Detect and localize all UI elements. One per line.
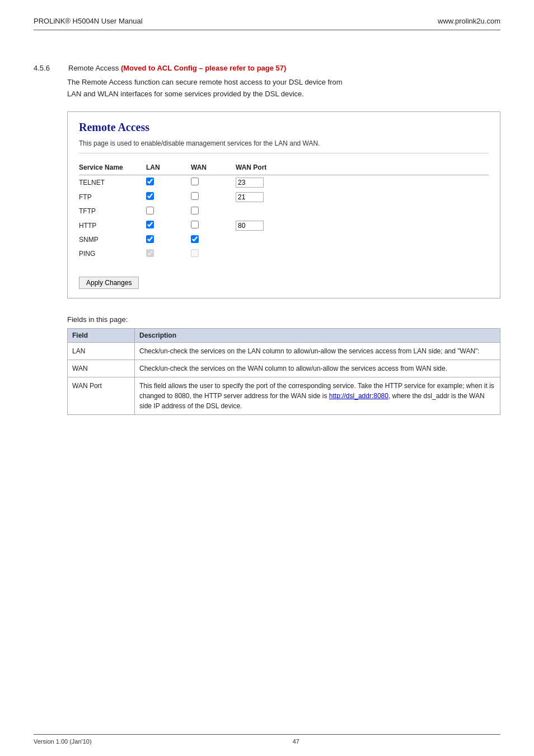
lan-checkbox[interactable] (146, 207, 154, 214)
page-footer: Version 1.00 (Jan'10) 47 (34, 734, 500, 745)
apply-changes-button[interactable]: Apply Changes (79, 277, 139, 289)
wan-checkbox[interactable] (191, 192, 199, 200)
field-lan-name: LAN (68, 342, 135, 360)
section-body-2: LAN and WLAN interfaces for some service… (67, 90, 304, 98)
service-wan-port-cell (236, 190, 489, 204)
table-row: TFTP (79, 204, 489, 218)
field-wan-desc: Check/un-check the services on the WAN c… (135, 360, 500, 377)
col-lan: LAN (146, 161, 191, 175)
footer-page: 47 (293, 738, 299, 745)
section-body-1: The Remote Access function can secure re… (67, 78, 343, 86)
header-left: PROLiNK® H5004N User Manual (34, 17, 143, 25)
field-wan-port-name: WAN Port (68, 377, 135, 414)
lan-checkbox[interactable] (146, 235, 154, 243)
service-wan-cell (191, 247, 236, 261)
service-lan-cell (146, 233, 191, 247)
footer-version: Version 1.00 (Jan'10) (34, 738, 92, 745)
service-wan-cell (191, 190, 236, 204)
service-table: Service Name LAN WAN WAN Port TELNETFTPT… (79, 161, 489, 261)
wan-checkbox[interactable] (191, 235, 199, 243)
wan-checkbox[interactable] (191, 207, 199, 214)
field-wan-port-desc: This field allows the user to specify th… (135, 377, 500, 414)
service-name: FTP (79, 190, 146, 204)
wan-checkbox[interactable] (191, 249, 199, 257)
fields-row-wan: WAN Check/un-check the services on the W… (68, 360, 500, 377)
service-name: PING (79, 247, 146, 261)
col-wan-port: WAN Port (236, 161, 489, 175)
table-row: SNMP (79, 233, 489, 247)
lan-checkbox[interactable] (146, 192, 154, 200)
service-wan-port-cell (236, 175, 489, 190)
service-wan-port-cell (236, 218, 489, 233)
wan-checkbox[interactable] (191, 221, 199, 228)
fields-section: Fields in this page: Field Description L… (67, 315, 500, 415)
table-row: HTTP (79, 218, 489, 233)
fields-col-field: Field (68, 328, 135, 342)
header-right: www.prolink2u.com (438, 17, 500, 25)
panel-subtitle: This page is used to enable/disable mana… (79, 139, 489, 153)
service-wan-port-cell (236, 247, 489, 261)
wan-port-input[interactable] (236, 178, 264, 188)
fields-col-description: Description (135, 328, 500, 342)
wan-checkbox[interactable] (191, 178, 199, 185)
service-lan-cell (146, 218, 191, 233)
service-lan-cell (146, 247, 191, 261)
field-lan-desc: Check/un-check the services on the LAN c… (135, 342, 500, 360)
service-wan-cell (191, 218, 236, 233)
col-wan: WAN (191, 161, 236, 175)
service-wan-port-cell (236, 233, 489, 247)
col-service: Service Name (79, 161, 146, 175)
service-wan-cell (191, 204, 236, 218)
section-number: 4.5.6 (34, 64, 62, 72)
table-row: FTP (79, 190, 489, 204)
wan-port-input[interactable] (236, 192, 264, 202)
lan-checkbox[interactable] (146, 221, 154, 228)
service-lan-cell (146, 204, 191, 218)
fields-title: Fields in this page: (67, 315, 500, 324)
lan-checkbox[interactable] (146, 249, 154, 257)
service-name: SNMP (79, 233, 146, 247)
wan-port-input[interactable] (236, 221, 264, 231)
service-name: HTTP (79, 218, 146, 233)
fields-table: Field Description LAN Check/un-check the… (67, 328, 500, 415)
remote-access-panel: Remote Access This page is used to enabl… (67, 111, 500, 298)
service-wan-port-cell (236, 204, 489, 218)
service-wan-cell (191, 175, 236, 190)
wan-port-link[interactable]: http://dsl_addr:8080 (329, 392, 388, 400)
service-lan-cell (146, 175, 191, 190)
table-row: TELNET (79, 175, 489, 190)
service-name: TELNET (79, 175, 146, 190)
section-title: Remote Access (Moved to ACL Config – ple… (68, 64, 286, 72)
service-lan-cell (146, 190, 191, 204)
fields-row-wan-port: WAN Port This field allows the user to s… (68, 377, 500, 414)
service-name: TFTP (79, 204, 146, 218)
panel-title: Remote Access (79, 121, 489, 134)
fields-row-lan: LAN Check/un-check the services on the L… (68, 342, 500, 360)
lan-checkbox[interactable] (146, 178, 154, 185)
field-wan-name: WAN (68, 360, 135, 377)
service-wan-cell (191, 233, 236, 247)
table-row: PING (79, 247, 489, 261)
